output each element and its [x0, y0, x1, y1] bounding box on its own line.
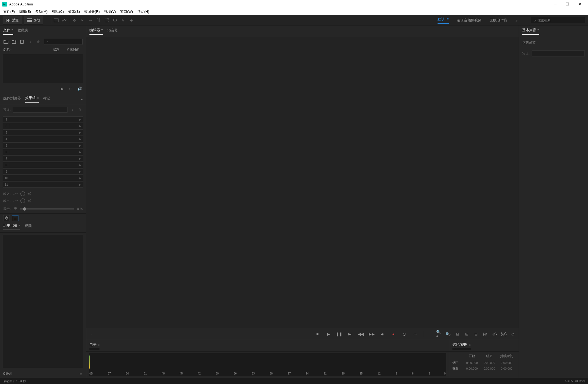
tab-essential-sound[interactable]: 基本声音≡: [522, 28, 539, 35]
zoom-reset-icon[interactable]: ⊡: [455, 331, 461, 337]
tab-media-browser[interactable]: 媒体浏览器: [3, 96, 21, 102]
effect-slot[interactable]: 3▶: [3, 129, 83, 135]
panel-menu-icon[interactable]: ≡: [469, 343, 471, 347]
selection-end-value[interactable]: 0:00.000: [481, 361, 498, 364]
file-search-input[interactable]: [49, 40, 80, 43]
play-button[interactable]: ▶: [325, 331, 331, 337]
stop-button[interactable]: ■: [314, 331, 320, 337]
delete-preset-icon[interactable]: 🗑: [77, 107, 83, 112]
view-start-value[interactable]: 0:00.000: [463, 367, 481, 370]
workspace-menu-icon[interactable]: ≡: [447, 17, 449, 21]
open-file-icon[interactable]: [3, 39, 9, 44]
close-button[interactable]: ✕: [574, 0, 586, 8]
new-file-icon[interactable]: [20, 39, 25, 44]
slot-arrow-icon[interactable]: ▶: [78, 177, 83, 180]
effect-slot[interactable]: 8▶: [3, 162, 83, 168]
panel-menu-icon[interactable]: ≡: [98, 343, 99, 347]
effect-slot[interactable]: 2▶: [3, 123, 83, 129]
insert-into-multitrack-icon[interactable]: ↓: [28, 39, 33, 44]
slot-arrow-icon[interactable]: ▶: [78, 118, 83, 121]
editor-canvas[interactable]: [86, 37, 519, 328]
workspace-default[interactable]: 默认≡: [438, 17, 449, 24]
slip-tool-icon[interactable]: ↔: [88, 18, 93, 23]
tab-markers[interactable]: 标记: [43, 96, 50, 102]
search-help-box[interactable]: ⌕: [531, 17, 585, 23]
tab-video[interactable]: 视频: [25, 223, 32, 230]
tab-selection-view[interactable]: 选区/视图≡: [452, 342, 471, 349]
record-button[interactable]: ●: [390, 331, 396, 337]
effect-slot[interactable]: 7▶: [3, 155, 83, 161]
menu-file[interactable]: 文件(F): [1, 8, 17, 15]
skip-selection-button[interactable]: ⤼: [412, 331, 418, 337]
rewind-button[interactable]: ◀◀: [358, 331, 364, 337]
levels-meter[interactable]: dB -57-54-51-48-45-42-39-36-33-30-27-24-…: [89, 353, 446, 376]
menu-view[interactable]: 视图(V): [102, 8, 118, 15]
workspace-edit-audio-to-video[interactable]: 编辑音频到视频: [457, 18, 481, 23]
fast-forward-button[interactable]: ▶▶: [369, 331, 375, 337]
menu-edit[interactable]: 编辑(E): [17, 8, 33, 15]
output-knob[interactable]: [20, 198, 25, 203]
effect-slot[interactable]: 4▶: [3, 136, 83, 142]
workspace-overflow-icon[interactable]: »: [515, 18, 518, 23]
play-icon[interactable]: ▶: [61, 87, 64, 91]
menu-multitrack[interactable]: 多轨(M): [33, 8, 50, 15]
zoom-out-icon[interactable]: 🔍-: [445, 331, 451, 337]
menu-window[interactable]: 窗口(W): [118, 8, 135, 15]
slot-arrow-icon[interactable]: ▶: [78, 157, 83, 160]
panel-menu-icon[interactable]: ≡: [537, 28, 539, 32]
panel-overflow-icon[interactable]: »: [81, 97, 83, 101]
effect-slot[interactable]: 10▶: [3, 175, 83, 181]
preset-dropdown[interactable]: [13, 107, 68, 113]
selection-duration-value[interactable]: 0:00.000: [498, 361, 515, 364]
search-help-input[interactable]: [538, 18, 583, 22]
spot-healing-tool-icon[interactable]: ✚: [128, 18, 134, 23]
waveform-mode-button[interactable]: 波形: [3, 16, 22, 25]
menu-favorites[interactable]: 收藏夹(R): [82, 8, 102, 15]
fx-power-button[interactable]: ⏻: [3, 215, 10, 221]
fx-list-button[interactable]: ☰: [12, 215, 18, 221]
zoom-full-icon[interactable]: ⊞: [464, 331, 470, 337]
slot-arrow-icon[interactable]: ▶: [78, 164, 83, 167]
hud-toggle-icon[interactable]: [53, 18, 59, 23]
slot-arrow-icon[interactable]: ▶: [78, 151, 83, 154]
slot-arrow-icon[interactable]: ▶: [78, 183, 83, 186]
tab-editor[interactable]: 编辑器≡: [89, 28, 103, 35]
pause-button[interactable]: ❚❚: [336, 331, 342, 337]
menu-effects[interactable]: 效果(S): [66, 8, 82, 15]
effect-slot[interactable]: 9▶: [3, 169, 83, 174]
spectral-toggle-icon[interactable]: [62, 18, 67, 23]
selection-start-value[interactable]: 0:00.000: [463, 361, 481, 364]
tab-mixer[interactable]: 混音器: [107, 28, 118, 34]
file-search-box[interactable]: ⌕: [44, 39, 83, 45]
slot-arrow-icon[interactable]: ▶: [78, 170, 83, 173]
loop-button[interactable]: ⭯: [401, 331, 407, 337]
slot-arrow-icon[interactable]: ▶: [78, 131, 83, 134]
column-status-header[interactable]: 状态: [53, 47, 66, 52]
autoplay-icon[interactable]: 🔊: [77, 87, 82, 91]
tab-history[interactable]: 历史记录≡: [3, 223, 20, 230]
input-knob[interactable]: [20, 191, 25, 196]
maximize-button[interactable]: ☐: [561, 0, 574, 8]
workspace-radio-production[interactable]: 无线电作品: [490, 18, 507, 23]
essential-preset-dropdown[interactable]: [532, 50, 585, 56]
slot-arrow-icon[interactable]: ▶: [78, 144, 83, 147]
files-list[interactable]: [3, 54, 83, 83]
tab-effects-rack[interactable]: 效果组≡: [25, 96, 39, 103]
save-preset-icon[interactable]: ↓: [70, 107, 75, 112]
menu-clip[interactable]: 剪辑(C): [50, 8, 66, 15]
zoom-in-point-icon[interactable]: {⊕: [482, 331, 488, 337]
tab-files[interactable]: 文件≡: [3, 28, 13, 35]
view-end-value[interactable]: 0:00.000: [481, 367, 498, 370]
tab-levels[interactable]: 电平≡: [89, 342, 99, 349]
move-tool-icon[interactable]: ✥: [72, 18, 77, 23]
lasso-tool-icon[interactable]: [112, 18, 118, 23]
panel-menu-icon[interactable]: ≡: [18, 224, 20, 227]
skip-back-button[interactable]: ⏮: [347, 331, 353, 337]
razor-tool-icon[interactable]: ✂: [80, 18, 85, 23]
marquee-tool-icon[interactable]: [104, 18, 110, 23]
history-list[interactable]: [3, 235, 83, 368]
zoom-to-selection-icon[interactable]: {⊙}: [501, 331, 507, 337]
close-icon[interactable]: 🗑: [36, 39, 41, 44]
mix-slider[interactable]: [20, 208, 74, 210]
column-duration-header[interactable]: 持续时间: [66, 47, 83, 52]
